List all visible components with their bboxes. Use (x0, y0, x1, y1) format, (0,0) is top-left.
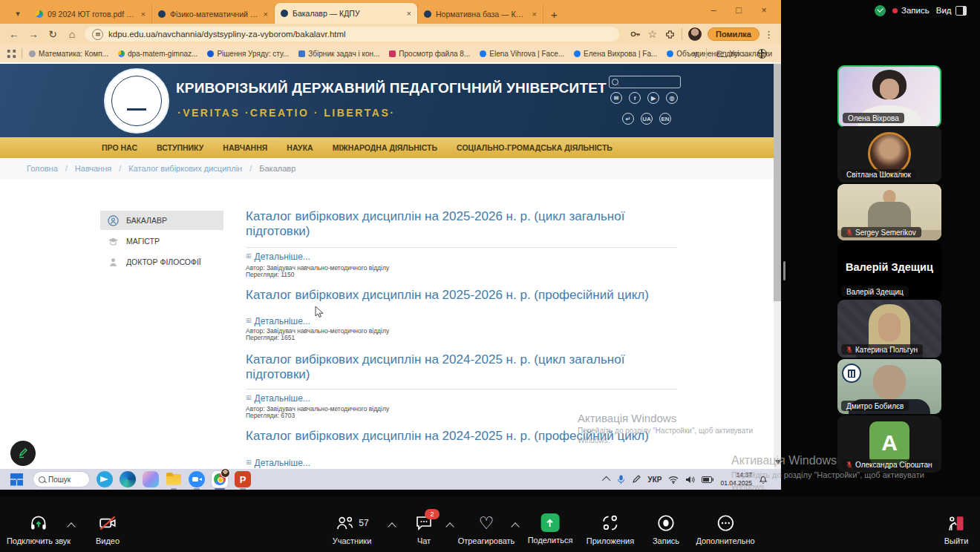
view-button[interactable]: Вид (936, 6, 967, 16)
browser-menu-icon[interactable]: ⋮ (764, 29, 774, 40)
participants-button[interactable]: 57 Участники (333, 513, 372, 545)
window-minimize-button[interactable]: – (702, 4, 725, 16)
profile-avatar[interactable] (688, 27, 702, 41)
recording-indicator[interactable]: Запись (892, 6, 930, 15)
youtube-icon[interactable]: ▶ (647, 92, 659, 104)
read-more-link[interactable]: ⊞Детальніше... (246, 458, 310, 468)
bookmark-item[interactable]: Просмотр файла 8... (389, 50, 470, 58)
sidebar-item-bachelor[interactable]: БАКАЛАВР (100, 211, 223, 230)
tab-close-icon[interactable]: × (532, 10, 537, 19)
share-screen-button[interactable]: Поделиться (528, 513, 573, 545)
bookmark-item[interactable]: Рішення Уряду: сту... (207, 50, 289, 58)
breadcrumb-catalog[interactable]: Каталог вибіркових дисциплін (128, 164, 242, 173)
record-button[interactable]: Запись (653, 513, 679, 545)
scrollbar-thumb[interactable] (774, 64, 781, 301)
chat-chevron[interactable] (445, 522, 454, 530)
instagram-icon[interactable]: ◎ (666, 92, 678, 104)
participants-chevron[interactable] (388, 522, 396, 530)
bookmark-item[interactable]: Елена Вихрова | Fa... (574, 50, 657, 58)
tab-search-chevron-icon[interactable]: ▾ (10, 6, 25, 21)
extensions-icon[interactable] (664, 29, 676, 40)
home-icon[interactable]: ⌂ (62, 28, 82, 40)
powerpoint-icon[interactable]: P (235, 471, 251, 487)
chat-button[interactable]: 2 Чат (414, 513, 434, 545)
join-audio-button[interactable]: Подключить звук (7, 513, 71, 545)
file-explorer-icon[interactable] (166, 471, 182, 487)
pen-tray-icon[interactable] (632, 475, 641, 484)
start-button[interactable] (10, 473, 23, 486)
leave-button[interactable]: Выйти (944, 513, 969, 545)
copilot-icon[interactable] (143, 471, 159, 487)
panel-drag-handle[interactable] (783, 261, 785, 280)
more-button[interactable]: Дополнительно (696, 513, 754, 545)
tab-close-icon[interactable]: × (264, 10, 268, 19)
browser-tab-4[interactable]: Нормативна база — КДПУ × (417, 4, 543, 24)
read-more-link[interactable]: ⊞Детальніше... (246, 393, 310, 404)
sidebar-item-master[interactable]: МАГІСТР (100, 231, 223, 251)
email-icon[interactable]: ✉ (610, 92, 622, 104)
new-tab-button[interactable]: + (551, 8, 558, 21)
nav-item-education[interactable]: НАВЧАННЯ (223, 143, 267, 152)
article-title[interactable]: Каталог вибіркових дисциплін на 2025-202… (246, 209, 665, 238)
battery-icon[interactable] (702, 476, 713, 483)
facebook-icon[interactable]: f (629, 92, 641, 104)
nav-item-science[interactable]: НАУКА (287, 143, 313, 152)
bookmark-item[interactable]: dpa-matem-gimnaz... (118, 50, 197, 58)
bookmark-item[interactable]: Elena Vihrova | Face... (480, 50, 564, 58)
nav-item-admission[interactable]: ВСТУПНИКУ (157, 143, 203, 152)
read-more-link[interactable]: ⊞Детальніше... (246, 252, 310, 262)
back-icon[interactable]: ← (4, 28, 24, 40)
address-bar[interactable]: kdpu.edu.ua/navchannia/dystsypliny-za-vy… (85, 27, 619, 42)
article-title[interactable]: Каталог вибіркових дисциплін на 2024-202… (246, 352, 665, 381)
telegram-icon[interactable] (97, 471, 113, 487)
tab-close-icon[interactable]: × (141, 10, 146, 19)
language-indicator[interactable]: УКР (647, 476, 662, 484)
nav-item-international[interactable]: МІЖНАРОДНА ДІЯЛЬНІСТЬ (333, 143, 437, 152)
participant-tile-active[interactable]: Олена Віхрова (837, 65, 941, 128)
browser-tab-1[interactable]: 09 2024 ЮТ готов.pdf - Googl × (30, 4, 152, 24)
breadcrumb-home[interactable]: Головна (27, 164, 58, 173)
video-button[interactable]: Видео (96, 513, 120, 545)
mic-tray-icon[interactable] (617, 475, 625, 484)
login-icon[interactable]: ↵ (622, 113, 634, 125)
nav-item-about[interactable]: ПРО НАС (102, 143, 137, 152)
password-key-icon[interactable] (630, 28, 641, 40)
volume-icon[interactable] (685, 476, 695, 484)
zoom-app-icon[interactable] (189, 471, 205, 487)
browser-tab-active[interactable]: Бакалавр — КДПУ × (275, 3, 417, 24)
participant-tile[interactable]: Дмитро Бобилєв (837, 359, 941, 414)
bookmark-item[interactable]: Математика: Комп... (29, 50, 108, 58)
react-button[interactable]: ♡ Отреагировать (458, 513, 515, 545)
breadcrumb-education[interactable]: Навчання (75, 164, 111, 173)
participant-tile[interactable]: Sergey Semerikov (837, 184, 941, 240)
edge-icon[interactable] (120, 471, 136, 487)
participant-tile[interactable]: Катерина Польгун (837, 300, 941, 358)
article-title[interactable]: Каталог вибіркових дисциплін на 2025-202… (246, 288, 665, 303)
participant-tile[interactable]: Світлана Шокалюк (837, 126, 941, 183)
lang-ua-button[interactable]: UA (641, 113, 653, 125)
window-close-button[interactable]: × (753, 4, 775, 16)
all-bookmarks-button[interactable]: Усі закладки (717, 50, 772, 58)
tab-close-icon[interactable]: × (407, 9, 411, 18)
read-more-link[interactable]: ⊞Детальніше... (246, 316, 310, 326)
browser-tab-2[interactable]: Фізико-математичний факуль × (152, 4, 275, 24)
tray-expand-icon[interactable] (602, 476, 610, 484)
lang-en-button[interactable]: EN (659, 113, 671, 125)
reload-icon[interactable]: ↻ (43, 28, 62, 40)
chrome-icon[interactable] (212, 471, 228, 487)
apps-grid-icon[interactable] (7, 49, 16, 59)
window-maximize-button[interactable]: □ (728, 4, 750, 16)
participant-tile[interactable]: A Олександра Сіроштан (837, 415, 941, 473)
site-search-box[interactable] (609, 76, 681, 88)
bookmark-star-icon[interactable]: ☆ (647, 28, 657, 40)
apps-button[interactable]: Приложения (587, 513, 634, 545)
security-shield-icon[interactable] (875, 5, 886, 16)
university-logo[interactable] (104, 68, 169, 134)
bookmark-item[interactable]: Збірник задач і кон... (298, 50, 379, 58)
nav-item-social[interactable]: СОЦІАЛЬНО-ГРОМАДСЬКА ДІЯЛЬНІСТЬ (457, 143, 612, 152)
site-info-icon[interactable] (92, 29, 103, 40)
error-button[interactable]: Помилка (708, 27, 760, 41)
annotation-pencil-button[interactable] (10, 441, 36, 466)
wifi-icon[interactable] (668, 476, 679, 484)
participant-tile[interactable]: Валерій Здещиц Валерій Здещиц (837, 242, 941, 300)
